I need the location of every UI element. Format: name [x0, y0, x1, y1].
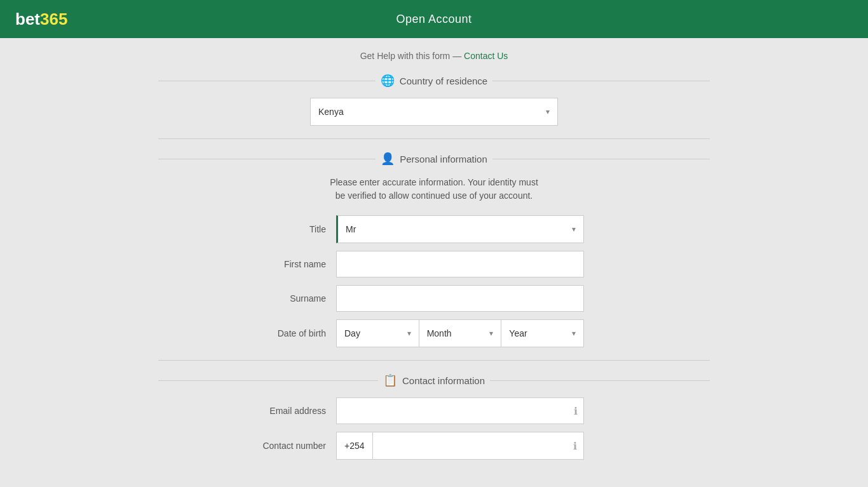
person-icon: 👤	[381, 152, 395, 166]
contact-us-link[interactable]: Contact Us	[464, 51, 508, 61]
country-row: Kenya Uganda Tanzania Nigeria South Afri…	[209, 98, 659, 126]
phone-input[interactable]	[373, 432, 583, 459]
country-select-wrapper: Kenya Uganda Tanzania Nigeria South Afri…	[310, 98, 558, 126]
surname-input[interactable]	[336, 285, 584, 312]
title-select[interactable]: Mr Mrs Miss Ms Dr	[338, 216, 583, 243]
email-input[interactable]	[336, 397, 584, 424]
contact-icon: 📋	[383, 373, 397, 387]
phone-input-wrapper: ℹ	[373, 432, 583, 459]
contact-section: 📋 Contact information Email address ℹ Co…	[158, 373, 710, 460]
country-section-label: Country of residence	[400, 76, 487, 86]
first-name-row: First name	[209, 251, 659, 277]
email-control: ℹ	[336, 397, 584, 424]
country-form-area: Kenya Uganda Tanzania Nigeria South Afri…	[158, 98, 710, 126]
phone-control: +254 ℹ	[336, 432, 584, 460]
title-row: Title Mr Mrs Miss Ms Dr ▾	[209, 215, 659, 243]
email-row: Email address ℹ	[209, 397, 659, 424]
country-select[interactable]: Kenya Uganda Tanzania Nigeria South Afri…	[311, 98, 557, 125]
email-info-icon[interactable]: ℹ	[574, 405, 578, 417]
year-select-wrapper: Year ▾	[501, 319, 584, 347]
first-name-label: First name	[209, 259, 336, 269]
month-select-wrapper: Month ▾	[419, 319, 501, 347]
phone-prefix: +254	[337, 432, 373, 459]
surname-row: Surname	[209, 285, 659, 312]
dob-controls: Day ▾ Month ▾ Year ▾	[336, 319, 584, 347]
header: bet365 Open Account	[0, 0, 868, 38]
dob-row: Date of birth Day ▾ Month ▾	[209, 319, 659, 347]
personal-section: 👤 Personal information Please enter accu…	[158, 152, 710, 347]
phone-info-icon[interactable]: ℹ	[573, 440, 577, 452]
first-name-input[interactable]	[336, 251, 584, 277]
dob-label: Date of birth	[209, 328, 336, 338]
surname-control	[336, 285, 584, 312]
day-select-wrapper: Day ▾	[336, 319, 419, 347]
country-section-header: 🌐 Country of residence	[158, 74, 710, 88]
divider-2	[158, 360, 710, 361]
title-label: Title	[209, 224, 336, 234]
phone-row: Contact number +254 ℹ	[209, 432, 659, 460]
divider-1	[158, 138, 710, 139]
title-select-wrapper: Mr Mrs Miss Ms Dr ▾	[336, 215, 584, 243]
phone-label: Contact number	[209, 441, 336, 451]
help-text: Get Help with this form — Contact Us	[158, 51, 710, 61]
surname-label: Surname	[209, 293, 336, 304]
day-select[interactable]: Day	[337, 320, 419, 347]
email-label: Email address	[209, 406, 336, 416]
contact-form-area: Email address ℹ Contact number +254 ℹ	[158, 397, 710, 460]
page-title: Open Account	[396, 13, 471, 26]
globe-icon: 🌐	[381, 74, 395, 88]
country-section: 🌐 Country of residence Kenya Uganda Tanz…	[158, 74, 710, 126]
personal-description: Please enter accurate information. Your …	[209, 176, 659, 203]
personal-section-label: Personal information	[400, 154, 487, 164]
first-name-control	[336, 251, 584, 277]
logo-365: 365	[40, 10, 67, 29]
year-select[interactable]: Year	[501, 320, 583, 347]
logo: bet365	[15, 10, 67, 29]
personal-form-area: Please enter accurate information. Your …	[158, 176, 710, 347]
main-content: Get Help with this form — Contact Us 🌐 C…	[148, 38, 720, 480]
personal-section-header: 👤 Personal information	[158, 152, 710, 166]
title-control: Mr Mrs Miss Ms Dr ▾	[336, 215, 584, 243]
logo-bet: bet	[15, 10, 40, 29]
contact-section-header: 📋 Contact information	[158, 373, 710, 387]
contact-section-label: Contact information	[402, 375, 485, 386]
month-select[interactable]: Month	[419, 320, 501, 347]
